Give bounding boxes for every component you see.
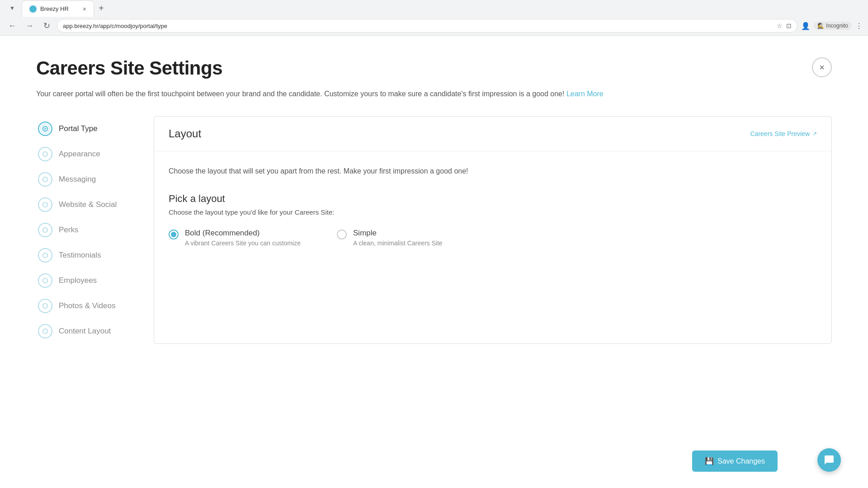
- save-btn-container: 💾 Save Changes: [692, 450, 778, 469]
- layout-description: Choose the layout that will set you apar…: [169, 166, 817, 177]
- browser-chrome: ▼ Breezy HR × + ← → ↻ app.breezy.hr/app/…: [0, 0, 868, 36]
- tab-bar: ▼ Breezy HR × +: [0, 0, 868, 16]
- address-bar-row: ← → ↻ app.breezy.hr/app/c/moodjoy/portal…: [0, 16, 868, 35]
- sidebar-label-portal-type: Portal Type: [59, 124, 98, 133]
- sidebar-item-photos-videos[interactable]: Photos & Videos: [36, 293, 136, 319]
- svg-point-7: [43, 278, 48, 283]
- sidebar-label-employees: Employees: [59, 276, 97, 285]
- pick-layout-subtitle: Choose the layout type you'd like for yo…: [169, 208, 817, 216]
- svg-point-2: [43, 151, 48, 156]
- save-changes-button[interactable]: 💾 Save Changes: [692, 450, 778, 469]
- svg-point-5: [43, 227, 48, 232]
- page-content: Careers Site Settings × Your career port…: [0, 36, 868, 469]
- svg-point-8: [43, 303, 48, 308]
- sidebar-item-content-layout[interactable]: Content Layout: [36, 319, 136, 344]
- chat-icon: [824, 455, 835, 465]
- tab-favicon: [29, 5, 37, 13]
- perks-icon: [38, 223, 52, 237]
- content-section-title: Layout: [169, 127, 201, 140]
- extensions-icon[interactable]: ⊡: [786, 22, 792, 29]
- menu-icon[interactable]: ⋮: [855, 22, 863, 30]
- page-description: Your career portal will often be the fir…: [36, 88, 832, 100]
- sidebar-label-appearance: Appearance: [59, 150, 100, 159]
- save-label: Save Changes: [717, 457, 765, 465]
- svg-point-9: [43, 328, 48, 333]
- sidebar-label-messaging: Messaging: [59, 175, 96, 184]
- sidebar-item-appearance[interactable]: Appearance: [36, 141, 136, 167]
- website-social-icon: [38, 197, 52, 212]
- option-bold-title: Bold (Recommended): [185, 229, 301, 238]
- close-button[interactable]: ×: [812, 57, 832, 77]
- svg-point-1: [44, 128, 46, 130]
- sidebar-item-employees[interactable]: Employees: [36, 268, 136, 293]
- browser-actions: 👤 🕵 Incognito ⋮: [801, 22, 863, 30]
- testimonials-icon: [38, 248, 52, 263]
- tab-title: Breezy HR: [40, 5, 69, 12]
- layout-option-simple[interactable]: Simple A clean, minimalist Careers Site: [337, 229, 443, 247]
- address-bar[interactable]: app.breezy.hr/app/c/moodjoy/portal/type …: [57, 19, 797, 33]
- page-header: Careers Site Settings ×: [36, 57, 832, 79]
- active-tab[interactable]: Breezy HR ×: [22, 0, 94, 17]
- sidebar-item-website-social[interactable]: Website & Social: [36, 192, 136, 217]
- bookmark-icon[interactable]: ☆: [777, 22, 783, 29]
- layout-options: Bold (Recommended) A vibrant Careers Sit…: [169, 229, 817, 247]
- tab-close-btn[interactable]: ×: [83, 5, 86, 13]
- main-layout: Portal Type Appearance Messaging Website…: [36, 116, 832, 344]
- messaging-icon: [38, 172, 52, 187]
- option-simple-title: Simple: [353, 229, 443, 238]
- option-simple-info: Simple A clean, minimalist Careers Site: [353, 229, 443, 247]
- sidebar: Portal Type Appearance Messaging Website…: [36, 116, 136, 344]
- sidebar-label-perks: Perks: [59, 225, 78, 235]
- external-link-icon: ↗: [812, 131, 817, 137]
- description-text: Your career portal will often be the fir…: [36, 90, 566, 98]
- address-icons: ☆ ⊡: [777, 22, 792, 29]
- radio-bold-inner: [171, 232, 176, 237]
- pick-layout-title: Pick a layout: [169, 193, 817, 205]
- sidebar-item-messaging[interactable]: Messaging: [36, 167, 136, 192]
- preview-link-text: Careers Site Preview: [750, 130, 810, 137]
- radio-simple[interactable]: [337, 230, 347, 239]
- svg-point-4: [43, 202, 48, 207]
- content-body: Choose the layout that will set you apar…: [154, 151, 831, 261]
- save-icon: 💾: [705, 457, 714, 465]
- sidebar-item-portal-type[interactable]: Portal Type: [36, 116, 136, 141]
- employees-icon: [38, 273, 52, 288]
- chat-button[interactable]: [817, 448, 841, 469]
- content-header: Layout Careers Site Preview ↗: [154, 117, 831, 151]
- incognito-icon: 🕵: [817, 23, 824, 29]
- new-tab-btn[interactable]: +: [94, 0, 108, 16]
- svg-point-6: [43, 253, 48, 258]
- photos-videos-icon: [38, 299, 52, 313]
- incognito-badge: 🕵 Incognito: [814, 22, 852, 30]
- reload-btn[interactable]: ↻: [40, 19, 53, 33]
- url-text: app.breezy.hr/app/c/moodjoy/portal/type: [63, 23, 777, 29]
- sidebar-label-photos-videos: Photos & Videos: [59, 301, 115, 310]
- learn-more-link[interactable]: Learn More: [566, 90, 604, 98]
- careers-site-preview-link[interactable]: Careers Site Preview ↗: [750, 130, 817, 137]
- portal-type-icon: [38, 122, 52, 136]
- main-content-panel: Layout Careers Site Preview ↗ Choose the…: [154, 116, 832, 344]
- back-btn[interactable]: ←: [5, 19, 19, 33]
- option-bold-desc: A vibrant Careers Site you can customize: [185, 239, 301, 247]
- sidebar-label-content-layout: Content Layout: [59, 327, 111, 336]
- forward-btn[interactable]: →: [23, 19, 36, 33]
- svg-point-3: [43, 177, 48, 182]
- profile-icon[interactable]: 👤: [801, 22, 810, 30]
- sidebar-label-website-social: Website & Social: [59, 200, 117, 209]
- content-layout-icon: [38, 324, 52, 338]
- sidebar-item-testimonials[interactable]: Testimonials: [36, 243, 136, 268]
- layout-option-bold[interactable]: Bold (Recommended) A vibrant Careers Sit…: [169, 229, 301, 247]
- radio-bold[interactable]: [169, 230, 179, 239]
- option-bold-info: Bold (Recommended) A vibrant Careers Sit…: [185, 229, 301, 247]
- incognito-label: Incognito: [826, 23, 848, 29]
- page-title: Careers Site Settings: [36, 57, 222, 79]
- sidebar-item-perks[interactable]: Perks: [36, 217, 136, 243]
- sidebar-label-testimonials: Testimonials: [59, 251, 101, 260]
- appearance-icon: [38, 147, 52, 161]
- option-simple-desc: A clean, minimalist Careers Site: [353, 239, 443, 247]
- tab-dropdown-btn[interactable]: ▼: [5, 1, 19, 15]
